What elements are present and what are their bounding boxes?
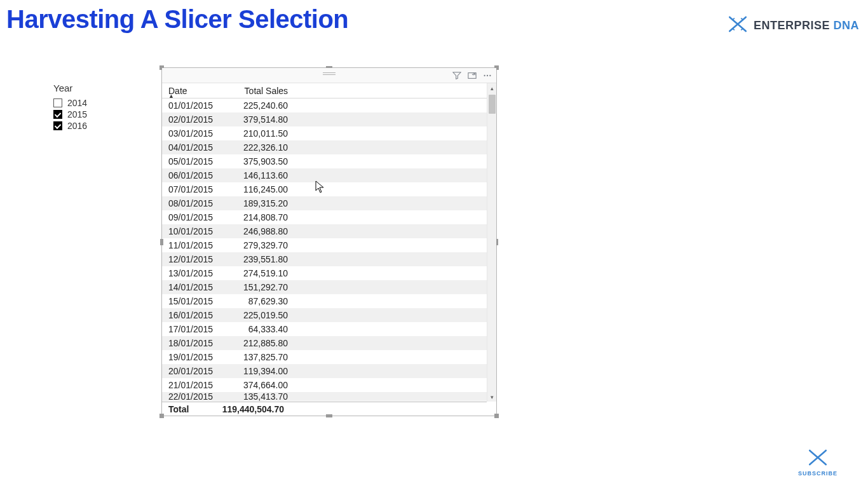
table-row[interactable]: 06/01/2015146,113.60 [162, 168, 487, 182]
cell-sales: 239,551.80 [219, 252, 294, 266]
cell-empty [294, 252, 487, 266]
cell-sales: 189,315.20 [219, 196, 294, 210]
table-row[interactable]: 04/01/2015222,326.10 [162, 140, 487, 154]
cell-date: 20/01/2015 [162, 364, 219, 378]
brand-text-primary: ENTERPRISE [754, 19, 834, 32]
cell-empty [294, 182, 487, 196]
cell-empty [294, 378, 487, 392]
slicer-item-2016[interactable]: 2016 [53, 120, 142, 132]
cell-date: 09/01/2015 [162, 210, 219, 224]
total-label: Total [162, 404, 215, 414]
svg-line-1 [741, 29, 743, 30]
cell-sales: 210,011.50 [219, 126, 294, 140]
table-row[interactable]: 20/01/2015119,394.00 [162, 364, 487, 378]
drag-grip-icon[interactable] [323, 72, 336, 73]
column-header-sales[interactable]: Total Sales [219, 83, 294, 98]
subscribe-badge[interactable]: SUBSCRIBE [798, 449, 837, 477]
table-row[interactable]: 16/01/2015225,019.50 [162, 308, 487, 322]
sort-ascending-icon: ▲ [168, 93, 174, 99]
resize-handle[interactable] [159, 414, 164, 418]
cell-empty [294, 336, 487, 350]
cell-date: 21/01/2015 [162, 378, 219, 392]
table-row[interactable]: 13/01/2015274,519.10 [162, 266, 487, 280]
table-row[interactable]: 05/01/2015375,903.50 [162, 154, 487, 168]
total-row: Total 119,440,504.70 [162, 402, 487, 416]
cell-sales: 222,326.10 [219, 140, 294, 154]
checkbox-icon[interactable] [53, 121, 62, 130]
table-row[interactable]: 08/01/2015189,315.20 [162, 196, 487, 210]
slicer-item-2015[interactable]: 2015 [53, 109, 142, 120]
table-row[interactable]: 15/01/201587,629.30 [162, 294, 487, 308]
vertical-scrollbar[interactable]: ▴ ▾ [487, 83, 496, 402]
page-title: Harvesting A Slicer Selection [6, 5, 348, 34]
table-row[interactable]: 03/01/2015210,011.50 [162, 126, 487, 140]
svg-line-0 [732, 18, 734, 20]
cell-sales: 246,988.80 [219, 224, 294, 238]
cell-sales: 225,240.60 [219, 98, 294, 113]
table-row[interactable]: 17/01/201564,333.40 [162, 322, 487, 336]
cell-date: 18/01/2015 [162, 336, 219, 350]
column-header-empty [294, 83, 487, 98]
table-row[interactable]: 01/01/2015225,240.60 [162, 98, 487, 113]
table-row[interactable]: 19/01/2015137,825.70 [162, 350, 487, 364]
table-row[interactable]: 02/01/2015379,514.80 [162, 112, 487, 126]
cell-date: 22/01/2015 [162, 392, 219, 401]
cell-sales: 212,885.80 [219, 336, 294, 350]
cell-sales: 225,019.50 [219, 308, 294, 322]
cell-empty [294, 350, 487, 364]
table-row[interactable]: 07/01/2015116,245.00 [162, 182, 487, 196]
table-row[interactable]: 10/01/2015246,988.80 [162, 224, 487, 238]
cell-empty [294, 126, 487, 140]
resize-handle[interactable] [494, 414, 499, 418]
more-options-icon[interactable] [482, 71, 492, 81]
cell-sales: 151,292.70 [219, 280, 294, 294]
cell-empty [294, 238, 487, 252]
subscribe-label: SUBSCRIBE [798, 470, 837, 477]
table-row[interactable]: 12/01/2015239,551.80 [162, 252, 487, 266]
table-row[interactable]: 11/01/2015279,329.70 [162, 238, 487, 252]
svg-line-3 [741, 18, 743, 20]
focus-mode-icon[interactable] [467, 71, 477, 81]
table-visual[interactable]: Date ▲ Total Sales 01/01/2015225,240.600… [161, 67, 497, 416]
resize-handle[interactable] [160, 239, 163, 245]
cell-date: 11/01/2015 [162, 238, 219, 252]
cell-sales: 375,903.50 [219, 154, 294, 168]
table-row[interactable]: 14/01/2015151,292.70 [162, 280, 487, 294]
cell-empty [294, 308, 487, 322]
cell-sales: 135,413.70 [219, 392, 294, 401]
resize-handle[interactable] [326, 414, 332, 417]
filter-icon[interactable] [452, 71, 462, 81]
table-row[interactable]: 22/01/2015135,413.70 [162, 392, 487, 401]
dna-icon [807, 449, 829, 469]
cell-empty [294, 266, 487, 280]
table-row[interactable]: 21/01/2015374,664.00 [162, 378, 487, 392]
scroll-up-icon[interactable]: ▴ [487, 83, 496, 93]
cell-empty [294, 168, 487, 182]
column-header-date[interactable]: Date ▲ [162, 83, 219, 98]
cell-date: 08/01/2015 [162, 196, 219, 210]
cell-sales: 137,825.70 [219, 350, 294, 364]
checkbox-icon[interactable] [53, 98, 62, 107]
slicer-item-2014[interactable]: 2014 [53, 97, 142, 109]
cell-date: 16/01/2015 [162, 308, 219, 322]
brand-logo: ENTERPRISE DNA [727, 15, 859, 36]
cell-empty [294, 140, 487, 154]
year-slicer[interactable]: Year 201420152016 [53, 83, 142, 132]
table-row[interactable]: 09/01/2015214,808.70 [162, 210, 487, 224]
slicer-item-label: 2016 [67, 121, 87, 131]
checkbox-icon[interactable] [53, 110, 62, 119]
cell-date: 10/01/2015 [162, 224, 219, 238]
cell-empty [294, 322, 487, 336]
cell-date: 01/01/2015 [162, 98, 219, 113]
scroll-down-icon[interactable]: ▾ [487, 392, 496, 402]
scroll-thumb[interactable] [489, 95, 496, 114]
cell-date: 19/01/2015 [162, 350, 219, 364]
total-value: 119,440,504.70 [215, 404, 290, 414]
brand-text-accent: DNA [834, 19, 860, 32]
cell-sales: 116,245.00 [219, 182, 294, 196]
cell-empty [294, 112, 487, 126]
table-row[interactable]: 18/01/2015212,885.80 [162, 336, 487, 350]
slicer-item-label: 2015 [67, 109, 87, 119]
slicer-item-label: 2014 [67, 98, 87, 108]
brand-text: ENTERPRISE DNA [754, 19, 859, 32]
